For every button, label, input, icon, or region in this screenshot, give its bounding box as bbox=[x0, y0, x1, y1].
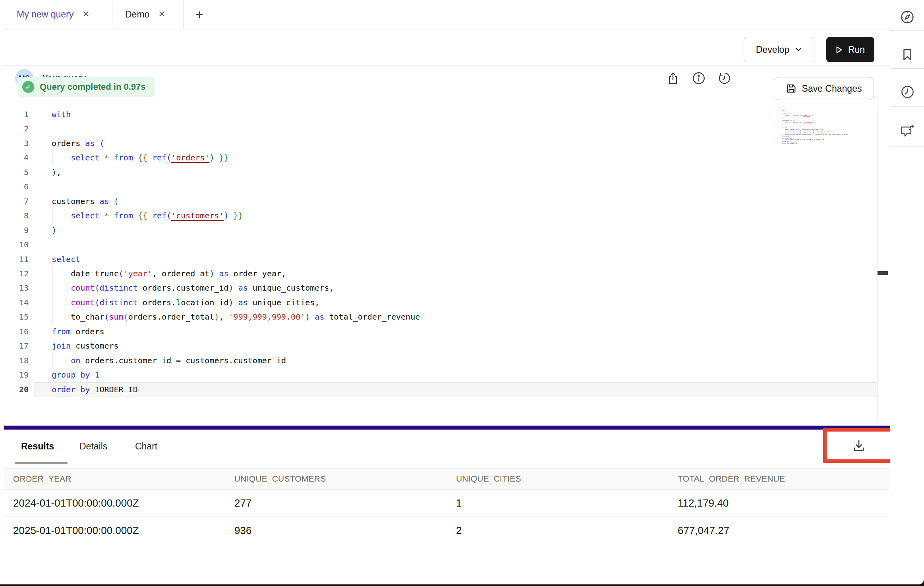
explore-button[interactable] bbox=[890, 3, 924, 31]
code-line-19: group by 1 bbox=[52, 368, 874, 382]
close-icon[interactable]: ✕ bbox=[81, 9, 90, 19]
results-panel-tab-results[interactable]: Results bbox=[21, 435, 54, 457]
window-bottom-edge bbox=[0, 584, 924, 586]
results-panel-tab-details[interactable]: Details bbox=[79, 435, 107, 457]
run-button[interactable]: Run bbox=[826, 37, 874, 62]
table-row: 2024-01-01T00:00:00.000Z2771112,179.40 bbox=[4, 490, 889, 517]
window-corner bbox=[900, 579, 924, 584]
download-button[interactable] bbox=[827, 432, 891, 459]
editor-tab-my-new-query[interactable]: My new query✕ bbox=[4, 0, 112, 29]
line-number: 6 bbox=[11, 179, 29, 194]
history-rail-button[interactable] bbox=[890, 78, 924, 106]
save-changes-label: Save Changes bbox=[802, 83, 862, 94]
editor-scrollbar-thumb[interactable] bbox=[878, 271, 888, 275]
table-cell: 112,179.40 bbox=[678, 497, 729, 509]
share-button[interactable] bbox=[664, 69, 682, 87]
develop-label: Develop bbox=[756, 44, 789, 55]
code-line-14: count(distinct orders.location_id) as un… bbox=[52, 295, 874, 310]
table-cell: 677,047.27 bbox=[678, 524, 729, 537]
main-area: My new query✕Demo✕+ MS Your query bbox=[4, 0, 890, 586]
code-line-9: ) bbox=[52, 223, 874, 238]
code-line-8: select * from {{ ref('customers') }} bbox=[52, 208, 874, 223]
code-line-13: count(distinct orders.customer_id) as un… bbox=[52, 281, 874, 295]
bookmark-icon bbox=[900, 48, 914, 62]
code-line-10 bbox=[52, 237, 874, 252]
code-line-15: to_char(sum(orders.order_total), '999,99… bbox=[52, 310, 874, 324]
info-icon bbox=[692, 71, 706, 85]
play-icon bbox=[836, 46, 843, 54]
column-header-total_order_revenue: TOTAL_ORDER_REVENUE bbox=[678, 474, 785, 484]
status-banner: ✓ Query completed in 0.97s bbox=[17, 77, 155, 97]
info-button[interactable] bbox=[690, 69, 707, 87]
query-header: MS Your query Develop bbox=[4, 29, 890, 66]
line-number: 2 bbox=[11, 121, 29, 136]
table-cell: 2024-01-01T00:00:00.000Z bbox=[13, 497, 139, 509]
clock-icon bbox=[900, 85, 915, 99]
column-header-unique_customers: UNIQUE_CUSTOMERS bbox=[234, 474, 326, 484]
active-tab-underline bbox=[15, 462, 68, 464]
code-line-18: on orders.customer_id = customers.custom… bbox=[52, 353, 874, 368]
results-panel-tab-chart[interactable]: Chart bbox=[135, 435, 157, 457]
save-changes-button[interactable]: Save Changes bbox=[774, 77, 874, 100]
line-number: 15 bbox=[11, 310, 29, 324]
table-row: 2025-01-01T00:00:00.000Z9362677,047.27 bbox=[4, 517, 889, 544]
code-line-16: from orders bbox=[52, 324, 874, 339]
code-line-1: with bbox=[52, 107, 874, 122]
column-header-order_year: ORDER_YEAR bbox=[13, 474, 72, 484]
line-number: 10 bbox=[11, 237, 29, 252]
editor-tab-demo[interactable]: Demo✕ bbox=[112, 0, 184, 29]
line-number: 8 bbox=[11, 208, 29, 223]
line-number: 13 bbox=[11, 281, 29, 295]
history-icon bbox=[717, 71, 732, 85]
right-rail bbox=[890, 0, 924, 586]
feedback-button[interactable] bbox=[890, 117, 924, 145]
line-number: 5 bbox=[11, 165, 29, 180]
app-window: My new query✕Demo✕+ MS Your query bbox=[0, 0, 924, 586]
bookmarks-button[interactable] bbox=[890, 41, 924, 69]
code-line-3: orders as ( bbox=[52, 136, 874, 151]
table-cell: 936 bbox=[234, 524, 251, 537]
line-number: 12 bbox=[11, 266, 29, 281]
close-icon[interactable]: ✕ bbox=[157, 9, 166, 19]
pane-resize-divider[interactable] bbox=[4, 426, 890, 430]
check-circle-icon: ✓ bbox=[22, 81, 34, 93]
code-line-2 bbox=[52, 121, 874, 136]
code-line-4: select * from {{ ref('orders') }} bbox=[52, 150, 874, 165]
code-line-11: select bbox=[52, 252, 874, 267]
tab-label: My new query bbox=[17, 9, 73, 20]
share-icon bbox=[666, 71, 680, 85]
download-button-highlight bbox=[823, 428, 895, 463]
line-number: 11 bbox=[11, 252, 29, 267]
code-line-17: join customers bbox=[52, 339, 874, 353]
line-number: 9 bbox=[11, 223, 29, 238]
tab-label: Demo bbox=[125, 9, 149, 20]
new-tab-button[interactable]: + bbox=[184, 0, 215, 29]
table-cell: 2025-01-01T00:00:00.000Z bbox=[13, 524, 139, 537]
status-text: Query completed in 0.97s bbox=[40, 82, 146, 92]
column-header-unique_cities: UNIQUE_CITIES bbox=[456, 474, 521, 484]
line-number: 18 bbox=[11, 353, 29, 368]
line-number: 20 bbox=[11, 382, 29, 397]
editor-scrollbar-track bbox=[877, 107, 878, 423]
run-label: Run bbox=[848, 44, 865, 55]
line-number: 19 bbox=[11, 368, 29, 382]
chat-sparkle-icon bbox=[899, 123, 915, 139]
line-number: 1 bbox=[11, 107, 29, 122]
compass-icon bbox=[900, 10, 915, 25]
line-number: 4 bbox=[11, 150, 29, 165]
table-cell: 2 bbox=[456, 524, 462, 537]
line-number: 3 bbox=[11, 136, 29, 151]
sql-editor[interactable]: with orders as ( select * from {{ ref('o… bbox=[4, 107, 890, 423]
develop-dropdown[interactable]: Develop bbox=[744, 37, 814, 62]
code-line-20: order by 1ORDER_ID bbox=[52, 382, 874, 397]
history-button[interactable] bbox=[716, 69, 733, 87]
download-icon bbox=[851, 438, 866, 453]
line-number: 17 bbox=[11, 339, 29, 353]
line-number: 7 bbox=[11, 194, 29, 209]
results-table-header: ORDER_YEARUNIQUE_CUSTOMERSUNIQUE_CITIEST… bbox=[4, 468, 889, 490]
code-line-7: customers as ( bbox=[52, 194, 874, 209]
code-line-12: date_trunc('year', ordered_at) as order_… bbox=[52, 266, 874, 281]
line-number: 14 bbox=[11, 295, 29, 310]
code-line-5: ), bbox=[52, 165, 874, 180]
table-cell: 1 bbox=[456, 497, 462, 509]
